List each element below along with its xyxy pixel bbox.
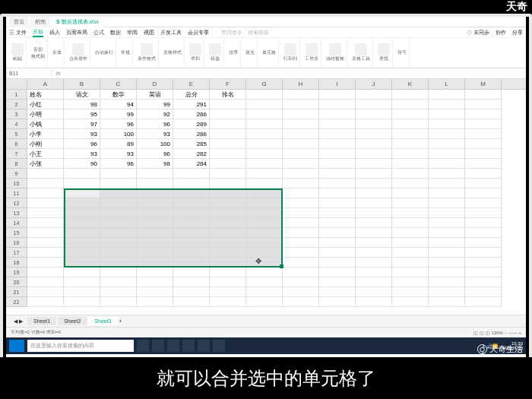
cell-J5[interactable] [356, 129, 392, 139]
col-header-I[interactable]: I [319, 79, 356, 89]
row-header-1[interactable]: 1 [6, 90, 27, 100]
cell-J16[interactable] [356, 238, 392, 248]
cell-E9[interactable] [173, 169, 210, 179]
cell-M4[interactable] [465, 119, 502, 129]
cell-D5[interactable]: 93 [137, 129, 173, 139]
menu-formula[interactable]: 公式 [93, 29, 104, 36]
ribbon-find[interactable]: 查找 [375, 40, 393, 66]
ribbon-cond[interactable]: 条件格式 [135, 40, 159, 66]
cell-A3[interactable]: 小明 [27, 109, 64, 119]
tab-file-active[interactable]: 数据透视表.xlsx [52, 17, 103, 27]
cell-J8[interactable] [356, 159, 392, 169]
task-icon-5[interactable] [198, 340, 210, 352]
cell-D18[interactable] [137, 258, 173, 268]
cell-A2[interactable]: 小红 [27, 100, 64, 109]
cell-H17[interactable] [283, 248, 319, 258]
cell-B14[interactable] [64, 218, 100, 228]
cell-J9[interactable] [356, 169, 392, 179]
name-box[interactable]: B11 [6, 71, 52, 76]
cell-L19[interactable] [429, 268, 465, 277]
cell-I17[interactable] [319, 248, 356, 258]
cell-D19[interactable] [137, 268, 173, 277]
cell-I4[interactable] [319, 119, 356, 129]
cell-H18[interactable] [283, 258, 319, 268]
cell-I10[interactable] [319, 179, 356, 188]
ribbon-rowcol[interactable]: 行和列 [281, 40, 300, 66]
cell-L16[interactable] [429, 238, 465, 248]
cell-B4[interactable]: 97 [64, 119, 100, 129]
cell-M21[interactable] [465, 287, 502, 297]
cell-M2[interactable] [465, 100, 502, 109]
cell-K22[interactable] [392, 297, 429, 307]
col-header-D[interactable]: D [137, 79, 173, 89]
cell-H8[interactable] [283, 159, 319, 169]
cell-M1[interactable] [465, 90, 502, 100]
cell-H20[interactable] [283, 277, 319, 287]
cell-A22[interactable] [27, 297, 64, 307]
cell-B8[interactable]: 90 [64, 159, 100, 169]
cell-A17[interactable] [27, 248, 64, 258]
cell-D6[interactable]: 100 [137, 139, 173, 149]
cell-C2[interactable]: 94 [100, 100, 137, 109]
sheet-nav[interactable]: ◀ ▶ [14, 318, 23, 325]
ribbon-freeze[interactable]: 冻结窗格 [324, 40, 347, 66]
cell-L7[interactable] [429, 149, 465, 159]
cell-J21[interactable] [356, 287, 392, 297]
row-header-9[interactable]: 9 [6, 169, 27, 179]
menu-member[interactable]: 会员专享 [188, 29, 209, 36]
cell-L1[interactable] [429, 90, 465, 100]
cell-M22[interactable] [465, 297, 502, 307]
cell-B1[interactable]: 语文 [64, 90, 100, 100]
cell-M13[interactable] [465, 208, 502, 218]
cell-G10[interactable] [246, 179, 283, 188]
cell-L21[interactable] [429, 287, 465, 297]
row-header-20[interactable]: 20 [6, 277, 27, 287]
cell-I16[interactable] [319, 238, 356, 248]
cell-A12[interactable] [27, 198, 64, 208]
cell-A1[interactable]: 姓名 [27, 90, 64, 100]
cell-D9[interactable] [137, 169, 173, 179]
cell-G3[interactable] [246, 109, 283, 119]
cell-K11[interactable] [392, 188, 429, 198]
cell-C7[interactable]: 93 [100, 149, 137, 159]
ribbon-merge[interactable]: 合并居中 [67, 40, 90, 66]
cell-G5[interactable] [246, 129, 283, 139]
cell-A16[interactable] [27, 238, 64, 248]
ribbon-sheet[interactable]: 工作表 [302, 40, 321, 66]
task-icon-6[interactable] [213, 340, 225, 352]
cell-F22[interactable] [210, 297, 246, 307]
cell-E2[interactable]: 291 [173, 100, 210, 109]
cell-A8[interactable]: 小张 [27, 159, 64, 169]
cell-K13[interactable] [392, 208, 429, 218]
cell-H13[interactable] [283, 208, 319, 218]
cell-E22[interactable] [173, 297, 210, 307]
cell-E19[interactable] [173, 268, 210, 277]
cell-B18[interactable] [64, 258, 100, 268]
cell-D7[interactable]: 96 [137, 149, 173, 159]
cell-E12[interactable] [173, 198, 210, 208]
cell-F11[interactable] [210, 188, 246, 198]
cell-L13[interactable] [429, 208, 465, 218]
cell-E15[interactable] [173, 228, 210, 238]
cell-K3[interactable] [392, 109, 429, 119]
cell-J12[interactable] [356, 198, 392, 208]
task-icon-4[interactable] [182, 340, 195, 352]
cell-I2[interactable] [319, 100, 356, 109]
cell-F19[interactable] [210, 268, 246, 277]
cell-K8[interactable] [392, 159, 429, 169]
zoom-control[interactable]: ◫ ◫ ◫ 130% − ─○─ + [473, 330, 521, 335]
cell-L22[interactable] [429, 297, 465, 307]
cell-F2[interactable] [210, 100, 246, 109]
cell-D11[interactable] [137, 188, 173, 198]
cell-C16[interactable] [100, 238, 137, 248]
cell-C1[interactable]: 数学 [100, 90, 137, 100]
cell-E11[interactable] [173, 188, 210, 198]
cell-F10[interactable] [210, 179, 246, 188]
row-header-4[interactable]: 4 [6, 119, 27, 129]
task-icon-2[interactable] [152, 340, 164, 352]
cell-H19[interactable] [283, 268, 319, 277]
grid-area[interactable]: ABCDEFGHIJKLM 12345678910111213141516171… [6, 79, 526, 315]
cell-B9[interactable] [64, 169, 100, 179]
cell-E13[interactable] [173, 208, 210, 218]
col-header-E[interactable]: E [173, 79, 210, 89]
